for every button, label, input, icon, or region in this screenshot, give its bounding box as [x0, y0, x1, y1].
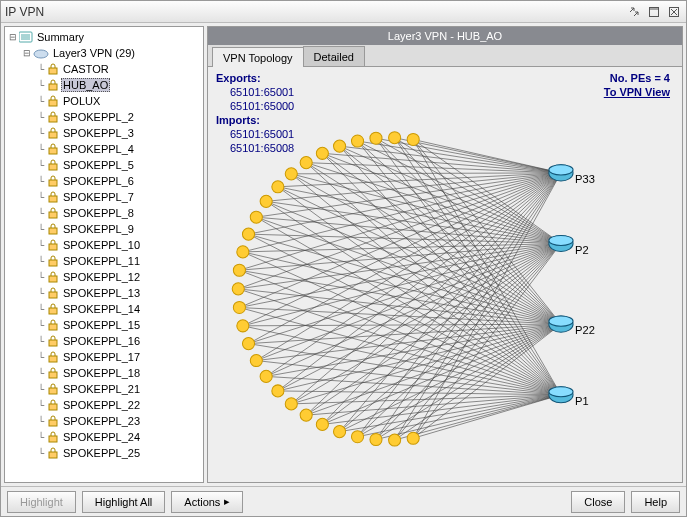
help-button[interactable]: Help — [631, 491, 680, 513]
spoke-node[interactable] — [407, 432, 419, 444]
pe-node[interactable]: P22 — [549, 316, 595, 336]
spoke-node[interactable] — [389, 132, 401, 144]
spoke-node[interactable] — [334, 140, 346, 152]
tab-topology[interactable]: VPN Topology — [212, 47, 304, 67]
spoke-node[interactable] — [237, 320, 249, 332]
pe-node[interactable]: P1 — [549, 387, 589, 407]
tree-item[interactable]: └SPOKEPPL_2 — [7, 109, 201, 125]
svg-line-129 — [340, 146, 561, 173]
spoke-node[interactable] — [242, 228, 254, 240]
spoke-node[interactable] — [285, 398, 297, 410]
leaf-icon: └ — [35, 337, 47, 346]
lock-icon — [47, 207, 59, 219]
detach-icon[interactable] — [626, 4, 642, 20]
svg-line-34 — [413, 243, 561, 438]
svg-point-7 — [34, 50, 48, 58]
spoke-node[interactable] — [272, 385, 284, 397]
spoke-node[interactable] — [260, 195, 272, 207]
svg-rect-26 — [49, 356, 57, 362]
spoke-node[interactable] — [233, 264, 245, 276]
collapse-icon[interactable]: ⊟ — [21, 49, 33, 58]
tree-item[interactable]: └SPOKEPPL_18 — [7, 365, 201, 381]
leaf-icon: └ — [35, 273, 47, 282]
tree-label: SPOKEPPL_12 — [61, 271, 142, 283]
tree-item[interactable]: └SPOKEPPL_22 — [7, 397, 201, 413]
tree-item[interactable]: └SPOKEPPL_11 — [7, 253, 201, 269]
titlebar: IP VPN — [1, 1, 686, 23]
tree-item[interactable]: └SPOKEPPL_23 — [7, 413, 201, 429]
tree-item[interactable]: └SPOKEPPL_8 — [7, 205, 201, 221]
pe-node[interactable]: P2 — [549, 235, 589, 255]
tree-item[interactable]: └SPOKEPPL_16 — [7, 333, 201, 349]
actions-button[interactable]: Actions ▸ — [171, 491, 243, 513]
spoke-node[interactable] — [272, 181, 284, 193]
tree-item[interactable]: └HUB_AO — [7, 77, 201, 93]
svg-rect-31 — [49, 436, 57, 442]
leaf-icon: └ — [35, 401, 47, 410]
tree-item[interactable]: └SPOKEPPL_12 — [7, 269, 201, 285]
tree-item[interactable]: └SPOKEPPL_3 — [7, 125, 201, 141]
lock-icon — [47, 319, 59, 331]
tree-item[interactable]: └SPOKEPPL_10 — [7, 237, 201, 253]
spoke-node[interactable] — [370, 132, 382, 144]
tree-item[interactable]: └SPOKEPPL_7 — [7, 189, 201, 205]
tree-group[interactable]: ⊟Layer3 VPN (29) — [7, 45, 201, 61]
tree-panel[interactable]: ⊟Summary⊟Layer3 VPN (29)└CASTOR└HUB_AO└P… — [4, 26, 204, 483]
leaf-icon: └ — [35, 321, 47, 330]
spoke-node[interactable] — [316, 418, 328, 430]
tree-item[interactable]: └SPOKEPPL_14 — [7, 301, 201, 317]
tab-detailed[interactable]: Detailed — [303, 46, 365, 66]
spoke-node[interactable] — [370, 433, 382, 445]
spoke-node[interactable] — [351, 135, 363, 147]
spoke-node[interactable] — [285, 168, 297, 180]
spoke-node[interactable] — [316, 147, 328, 159]
svg-rect-20 — [49, 260, 57, 266]
highlight-all-button[interactable]: Highlight All — [82, 491, 165, 513]
spoke-node[interactable] — [260, 370, 272, 382]
tree-label: SPOKEPPL_2 — [61, 111, 136, 123]
close-icon[interactable] — [666, 4, 682, 20]
tree-item[interactable]: └SPOKEPPL_25 — [7, 445, 201, 461]
tree-item[interactable]: └SPOKEPPL_9 — [7, 221, 201, 237]
svg-line-113 — [278, 173, 561, 187]
leaf-icon: └ — [35, 353, 47, 362]
spoke-node[interactable] — [250, 354, 262, 366]
svg-point-156 — [549, 387, 573, 397]
tree-label: SPOKEPPL_15 — [61, 319, 142, 331]
maximize-icon[interactable] — [646, 4, 662, 20]
tree-label: SPOKEPPL_13 — [61, 287, 142, 299]
tree-item[interactable]: └POLUX — [7, 93, 201, 109]
spoke-node[interactable] — [300, 409, 312, 421]
triangle-right-icon: ▸ — [224, 495, 230, 508]
summary-icon — [19, 31, 33, 43]
lock-icon — [47, 223, 59, 235]
spoke-node[interactable] — [237, 246, 249, 258]
pe-label: P2 — [575, 244, 589, 256]
tree-label: SPOKEPPL_9 — [61, 223, 136, 235]
tree-item[interactable]: └CASTOR — [7, 61, 201, 77]
spoke-node[interactable] — [389, 434, 401, 446]
spoke-node[interactable] — [334, 426, 346, 438]
lock-icon — [47, 127, 59, 139]
tree-item[interactable]: └SPOKEPPL_15 — [7, 317, 201, 333]
tree-item[interactable]: └SPOKEPPL_21 — [7, 381, 201, 397]
highlight-button[interactable]: Highlight — [7, 491, 76, 513]
window-title: IP VPN — [5, 5, 626, 19]
tree-item[interactable]: └SPOKEPPL_4 — [7, 141, 201, 157]
spoke-node[interactable] — [407, 133, 419, 145]
tree-item[interactable]: └SPOKEPPL_6 — [7, 173, 201, 189]
tree-item[interactable]: └SPOKEPPL_24 — [7, 429, 201, 445]
spoke-node[interactable] — [233, 301, 245, 313]
tree-item[interactable]: └SPOKEPPL_17 — [7, 349, 201, 365]
svg-rect-29 — [49, 404, 57, 410]
spoke-node[interactable] — [242, 338, 254, 350]
spoke-node[interactable] — [232, 283, 244, 295]
spoke-node[interactable] — [300, 157, 312, 169]
close-button[interactable]: Close — [571, 491, 625, 513]
tree-item[interactable]: └SPOKEPPL_13 — [7, 285, 201, 301]
tree-root[interactable]: ⊟Summary — [7, 29, 201, 45]
collapse-icon[interactable]: ⊟ — [7, 33, 19, 42]
tree-item[interactable]: └SPOKEPPL_5 — [7, 157, 201, 173]
spoke-node[interactable] — [351, 431, 363, 443]
spoke-node[interactable] — [250, 211, 262, 223]
